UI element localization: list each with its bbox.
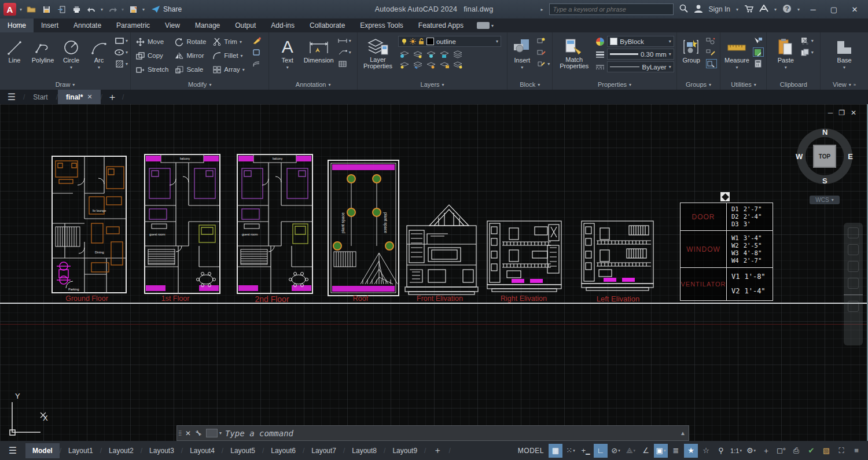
move-button[interactable]: Move	[133, 35, 171, 48]
tab-layout7[interactable]: Layout7	[304, 443, 343, 458]
command-line[interactable]: ⣿ ✕ 🔧︎ ▾ ▲	[176, 425, 689, 441]
tab-layout2[interactable]: Layout2	[102, 443, 141, 458]
measure-caret-icon[interactable]: ▾	[735, 65, 738, 70]
file-tab-final[interactable]: final* ✕	[58, 90, 101, 104]
command-recent-caret-icon[interactable]: ▾	[219, 430, 222, 436]
lineweight-toggle[interactable]: ≣	[669, 444, 683, 458]
minimize-button[interactable]: ─	[806, 5, 821, 14]
array-caret-icon[interactable]: ▾	[242, 67, 245, 72]
autodesk-logo-icon[interactable]	[759, 5, 768, 14]
panel-label-properties[interactable]: Properties▾	[553, 79, 676, 90]
command-close-icon[interactable]: ✕	[183, 429, 193, 437]
hatch-button[interactable]: ▾	[115, 59, 128, 68]
orbit-icon[interactable]	[848, 278, 859, 289]
elevation-front[interactable]	[404, 201, 480, 296]
layer-match-button[interactable]	[451, 49, 464, 59]
elevation-right[interactable]	[486, 220, 563, 295]
tab-manage[interactable]: Manage	[187, 19, 227, 32]
panel-label-block[interactable]: Block▾	[507, 79, 552, 90]
graphics-performance-icon[interactable]: ▧	[819, 444, 833, 458]
panel-label-groups[interactable]: Groups▾	[677, 79, 720, 90]
dynamic-input-toggle[interactable]: +‗	[579, 444, 593, 458]
drawing-canvas[interactable]: ─ ❐ ✕ N W E S TOP WCS▾	[0, 104, 868, 441]
open-icon[interactable]	[25, 3, 37, 15]
arc-caret-icon[interactable]: ▾	[98, 65, 100, 70]
polyline-button[interactable]: Polyline	[30, 35, 56, 65]
layer-freeze-button[interactable]	[425, 49, 437, 59]
zoom-extents-icon[interactable]	[848, 261, 859, 272]
file-tabs-menu-icon[interactable]: ☰	[0, 90, 23, 104]
undo-icon[interactable]	[86, 3, 97, 15]
cart-icon[interactable]	[744, 5, 753, 14]
tab-layout8[interactable]: Layout8	[345, 443, 384, 458]
group-selection-toggle[interactable]	[706, 59, 717, 68]
full-navigation-wheel-icon[interactable]	[848, 227, 859, 238]
showmotion-icon[interactable]	[848, 301, 859, 312]
tab-parametric[interactable]: Parametric	[109, 19, 157, 32]
pan-icon[interactable]	[848, 244, 859, 255]
base-caret-icon[interactable]: ▾	[843, 65, 845, 70]
mirror-button[interactable]: Mirror	[172, 49, 208, 62]
ellipse-button[interactable]: ▾	[115, 47, 128, 57]
command-input[interactable]	[225, 429, 680, 438]
command-recent-icon[interactable]	[206, 429, 218, 437]
leader-button[interactable]: ▾	[338, 47, 351, 57]
circle-button[interactable]: Circle ▾	[59, 35, 83, 71]
annotation-monitor[interactable]: ＋	[759, 444, 773, 458]
app-menu-button[interactable]: A	[3, 3, 16, 16]
panel-label-annotation[interactable]: Annotation▾	[269, 79, 357, 90]
viewcube-east[interactable]: E	[848, 152, 853, 161]
tab-home[interactable]: Home	[0, 19, 34, 32]
tab-layout4[interactable]: Layout4	[183, 443, 222, 458]
layer-select[interactable]: outline ▾	[398, 36, 501, 47]
tab-layout5[interactable]: Layout5	[223, 443, 262, 458]
tab-collaborate[interactable]: Collaborate	[302, 19, 352, 32]
panel-label-utilities[interactable]: Utilities▾	[720, 79, 766, 90]
clean-screen-toggle[interactable]: ⛶	[834, 444, 848, 458]
viewcube[interactable]: N W E S TOP	[797, 128, 852, 184]
offset-button[interactable]	[252, 59, 262, 68]
copy-button[interactable]: Copy	[133, 49, 171, 62]
tab-layout1[interactable]: Layout1	[61, 443, 100, 458]
layer-properties-button[interactable]: Layer Properties	[360, 35, 396, 71]
file-tab-close-icon[interactable]: ✕	[87, 93, 92, 101]
viewcube-north[interactable]: N	[822, 128, 827, 137]
quick-select-button[interactable]	[753, 36, 764, 45]
redo-icon[interactable]	[106, 3, 118, 15]
attributes-button[interactable]: ▾	[536, 59, 550, 68]
annotation-scale-icon[interactable]: ⚲	[714, 444, 728, 458]
scale-button[interactable]: Scale	[172, 63, 208, 76]
base-button[interactable]: Base ▾	[832, 35, 856, 71]
isometric-toggle[interactable]: ⟁▾	[624, 444, 638, 458]
panel-label-view[interactable]: View▾»	[821, 79, 868, 90]
line-button[interactable]: Line	[2, 35, 27, 65]
plan-first-floor[interactable]: balcony guest room	[144, 153, 222, 296]
osnap-tracking-toggle[interactable]: ∠	[639, 444, 653, 458]
maximize-button[interactable]: ▢	[826, 5, 841, 14]
wcs-selector[interactable]: WCS▾	[810, 196, 840, 204]
rectangle-button[interactable]: ▾	[115, 36, 128, 45]
polar-tracking-toggle[interactable]: ⊘▾	[609, 444, 623, 458]
redo-caret-icon[interactable]: ▾	[122, 7, 124, 12]
signin-label[interactable]: Sign In	[709, 5, 730, 13]
autodesk-caret-icon[interactable]: ▾	[774, 7, 777, 12]
linear-dim-button[interactable]: ▾	[338, 36, 351, 45]
panel-label-draw[interactable]: Draw▾	[0, 79, 130, 90]
ungroup-button[interactable]	[706, 36, 717, 45]
text-button[interactable]: A Text ▾	[275, 35, 300, 71]
layer-prev-button[interactable]	[411, 60, 424, 69]
tab-model[interactable]: Model	[25, 443, 60, 458]
batch-save-icon[interactable]	[127, 3, 139, 15]
color-select[interactable]: ByBlock ▾	[607, 36, 674, 47]
cut-button[interactable]: ▾	[800, 36, 814, 45]
search-input[interactable]	[549, 3, 674, 15]
tab-view[interactable]: View	[157, 19, 187, 32]
ribbon-display-toggle[interactable]: ▾	[471, 19, 499, 32]
plan-roof[interactable]: plant space plant space	[327, 159, 400, 298]
file-tab-start[interactable]: Start	[25, 90, 56, 104]
layer-walk-button[interactable]	[425, 60, 437, 69]
trusted-dwg-icon[interactable]: ✔	[804, 444, 818, 458]
stretch-button[interactable]: Stretch	[133, 63, 171, 76]
match-properties-button[interactable]: Match Properties	[555, 35, 593, 71]
insert-button[interactable]: Insert ▾	[510, 35, 534, 71]
